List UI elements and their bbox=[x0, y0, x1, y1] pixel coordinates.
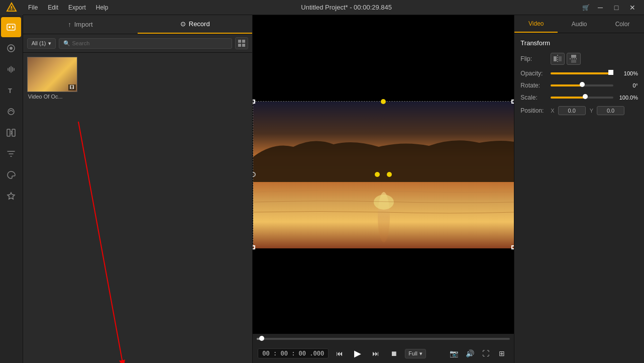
rotate-row: Rotate: 0° bbox=[520, 82, 638, 89]
flip-controls bbox=[551, 53, 638, 65]
titlebar: File Edit Export Help Untitled Project* … bbox=[0, 0, 644, 15]
preview-controls: 00 : 00 : 00 .000 ⏮ ▶ ⏭ ⏹ Full ▾ 📷 🔊 ⛶ ⊞ bbox=[253, 344, 514, 363]
svg-rect-10 bbox=[7, 129, 10, 136]
sidebar-item-favorites[interactable] bbox=[1, 186, 21, 206]
sidebar-item-overlays[interactable] bbox=[1, 102, 21, 122]
app-title: Untitled Project* - 00:00:29.845 bbox=[113, 4, 580, 11]
opacity-label: Opacity: bbox=[520, 70, 551, 77]
media-header: ↑ Import ⊙ Record bbox=[23, 15, 253, 34]
position-y-label: Y bbox=[590, 108, 593, 114]
stop-button[interactable]: ⏹ bbox=[387, 346, 401, 360]
preview-scrubber[interactable] bbox=[257, 338, 510, 340]
transform-section-title: Transform bbox=[520, 39, 638, 47]
media-panel: ↑ Import ⊙ Record All (1) ▾ 🔍 Search bbox=[23, 15, 253, 363]
svg-point-3 bbox=[11, 9, 12, 10]
search-icon: 🔍 bbox=[63, 40, 70, 47]
props-tabs: Video Audio Color bbox=[514, 15, 644, 33]
corner-handle-bl[interactable] bbox=[253, 245, 255, 249]
app-logo bbox=[0, 0, 23, 15]
screenshot-button[interactable]: 📷 bbox=[447, 346, 461, 360]
flip-label: Flip: bbox=[520, 55, 551, 62]
corner-handle-tr[interactable] bbox=[511, 100, 514, 104]
corner-handle-tl[interactable] bbox=[253, 100, 255, 104]
svg-rect-23 bbox=[559, 56, 562, 61]
tab-video[interactable]: Video bbox=[514, 15, 558, 33]
svg-text:T: T bbox=[8, 87, 12, 95]
sidebar-item-effects[interactable] bbox=[1, 38, 21, 58]
titlebar-controls: 🛒 ─ □ ✕ bbox=[580, 2, 644, 14]
scrubber-handle[interactable] bbox=[259, 336, 264, 341]
preview-panel: 00 : 00 : 00 .000 ⏮ ▶ ⏭ ⏹ Full ▾ 📷 🔊 ⛶ ⊞ bbox=[253, 15, 514, 363]
props-content: Transform Flip: Opacity: bbox=[514, 33, 644, 363]
rotate-control: 0° bbox=[551, 82, 638, 88]
extra-controls: 📷 🔊 ⛶ ⊞ bbox=[447, 346, 509, 360]
media-item-label: Video Of Oc... bbox=[27, 94, 77, 100]
sidebar: T bbox=[0, 15, 23, 363]
media-badge: 🎞 bbox=[68, 84, 76, 90]
sidebar-item-text[interactable]: T bbox=[1, 80, 21, 101]
scale-row: Scale: 100.0% bbox=[520, 94, 638, 101]
flip-horizontal-button[interactable] bbox=[551, 53, 565, 65]
tab-audio[interactable]: Audio bbox=[558, 15, 601, 33]
position-y-input[interactable] bbox=[597, 106, 624, 115]
properties-panel: Video Audio Color Transform Flip: bbox=[514, 15, 644, 363]
opacity-slider[interactable] bbox=[551, 72, 613, 74]
opacity-value: 100% bbox=[615, 70, 638, 76]
svg-point-7 bbox=[10, 47, 13, 50]
position-x-input[interactable] bbox=[558, 106, 586, 115]
position-x-label: X bbox=[551, 108, 554, 114]
sidebar-item-transitions[interactable] bbox=[1, 123, 21, 143]
media-toolbar: All (1) ▾ 🔍 Search bbox=[23, 34, 253, 53]
motion-dot-top[interactable] bbox=[381, 99, 386, 104]
opacity-row: Opacity: 100% bbox=[520, 70, 638, 77]
sidebar-item-audio[interactable] bbox=[1, 59, 21, 79]
media-item[interactable]: 🎞 Video Of Oc... bbox=[27, 57, 82, 100]
menu-edit[interactable]: Edit bbox=[43, 0, 63, 15]
menu-file[interactable]: File bbox=[23, 0, 43, 15]
sidebar-item-color[interactable] bbox=[1, 165, 21, 185]
position-label: Position: bbox=[520, 107, 551, 114]
split-button[interactable]: ⊞ bbox=[495, 346, 509, 360]
opacity-control: 100% bbox=[551, 70, 638, 76]
motion-dot-left[interactable] bbox=[375, 172, 380, 177]
import-tab[interactable]: ↑ Import bbox=[23, 15, 138, 34]
flip-vertical-button[interactable] bbox=[567, 53, 581, 65]
corner-handle-br[interactable] bbox=[511, 245, 514, 249]
svg-rect-14 bbox=[238, 44, 241, 47]
rewind-button[interactable]: ⏮ bbox=[333, 346, 347, 360]
cart-icon[interactable]: 🛒 bbox=[580, 2, 592, 14]
tab-color[interactable]: Color bbox=[601, 15, 644, 33]
forward-button[interactable]: ⏭ bbox=[369, 346, 383, 360]
minimize-button[interactable]: ─ bbox=[593, 3, 608, 13]
scale-slider[interactable] bbox=[551, 97, 613, 99]
timecode-display: 00 : 00 : 00 .000 bbox=[258, 348, 329, 358]
fullscreen-button[interactable]: ⛶ bbox=[479, 346, 493, 360]
svg-rect-13 bbox=[242, 40, 245, 43]
preview-progress-bar[interactable] bbox=[253, 334, 514, 344]
sidebar-item-media[interactable] bbox=[1, 17, 21, 37]
titlebar-left: File Edit Export Help bbox=[0, 0, 113, 15]
svg-rect-12 bbox=[238, 40, 241, 43]
filter-dropdown[interactable]: All (1) ▾ bbox=[27, 38, 56, 49]
quality-dropdown[interactable]: Full ▾ bbox=[405, 349, 426, 358]
sidebar-item-filters[interactable] bbox=[1, 144, 21, 164]
menu-help[interactable]: Help bbox=[91, 0, 114, 15]
rotate-slider[interactable] bbox=[551, 84, 613, 86]
position-row: Position: X Y bbox=[520, 106, 638, 115]
svg-rect-15 bbox=[242, 44, 245, 47]
svg-rect-26 bbox=[571, 60, 576, 63]
search-box: 🔍 Search bbox=[59, 38, 233, 49]
volume-button[interactable]: 🔊 bbox=[463, 346, 477, 360]
menu-export[interactable]: Export bbox=[63, 0, 91, 15]
svg-point-21 bbox=[374, 195, 394, 210]
maximize-button[interactable]: □ bbox=[609, 3, 624, 13]
chevron-down-icon: ▾ bbox=[419, 350, 422, 357]
play-button[interactable]: ▶ bbox=[351, 346, 365, 360]
grid-view-button[interactable] bbox=[235, 37, 248, 49]
motion-dot-right[interactable] bbox=[387, 172, 392, 177]
record-tab[interactable]: ⊙ Record bbox=[138, 15, 252, 34]
video-frame bbox=[253, 101, 514, 248]
svg-rect-22 bbox=[554, 56, 557, 61]
rotate-label: Rotate: bbox=[520, 82, 551, 89]
close-button[interactable]: ✕ bbox=[625, 3, 640, 13]
